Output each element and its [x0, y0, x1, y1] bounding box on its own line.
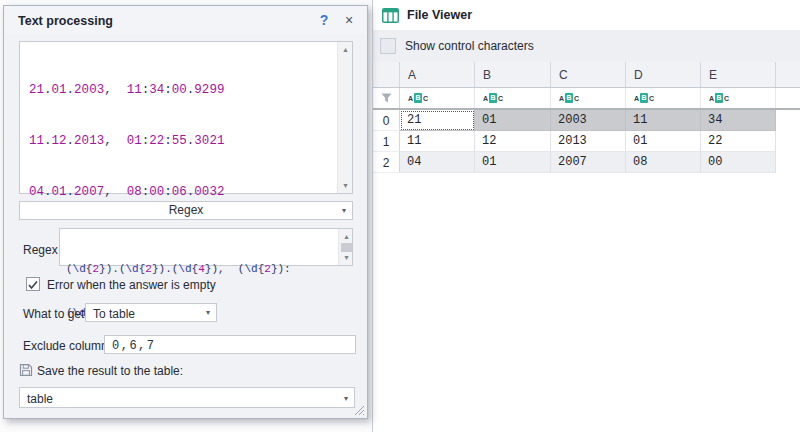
- text-type-icon: ABC: [559, 93, 579, 103]
- chevron-down-icon: ▾: [206, 308, 210, 318]
- table-dropdown-value: table: [27, 392, 53, 406]
- text-type-icon: ABC: [408, 93, 428, 103]
- table-cell[interactable]: 34: [701, 110, 776, 131]
- regex-label: Regex: [23, 243, 58, 257]
- source-line: 04.01.2007, 08:00:06.0032: [29, 184, 224, 201]
- save-to-table-label: Save the result to the table:: [37, 364, 183, 378]
- source-line: 11.12.2013, 01:22:55.3021: [29, 133, 224, 150]
- column-header-filler: [776, 62, 800, 87]
- data-table: A B C D E ABC ABC ABC ABC: [373, 62, 800, 173]
- scroll-up-icon[interactable]: ▲: [339, 230, 354, 243]
- dialog-title: Text processing: [18, 14, 113, 28]
- file-viewer-panel: File Viewer Show control characters A B …: [372, 0, 800, 432]
- resize-grip[interactable]: [352, 403, 364, 415]
- table-row: 0 21 01 2003 11 34: [373, 110, 800, 131]
- textarea-scrollbar[interactable]: ▲ ▼: [337, 42, 352, 193]
- show-control-characters-checkbox[interactable]: [380, 38, 396, 54]
- table-cell[interactable]: 01: [475, 152, 551, 173]
- source-text-area[interactable]: 21.01.2003, 11:34:00.9299 11.12.2013, 01…: [19, 41, 353, 194]
- text-processing-dialog: Text processing ? × 21.01.2003, 11:34:00…: [3, 5, 368, 419]
- table-row: 2 04 01 2007 08 00: [373, 152, 800, 173]
- column-header-a[interactable]: A: [400, 62, 475, 87]
- table-cell[interactable]: 00: [701, 152, 776, 173]
- what-to-get-value: To table: [93, 307, 135, 321]
- regex-input[interactable]: (\d{2}).(\d{2}).(\d{4}), (\d{2}): (\d{2}…: [59, 228, 353, 266]
- column-header-e[interactable]: E: [701, 62, 776, 87]
- type-cell-b[interactable]: ABC: [475, 88, 551, 108]
- table-row: 1 11 12 2013 01 22: [373, 131, 800, 152]
- scroll-down-icon[interactable]: ▼: [338, 179, 353, 192]
- table-cell[interactable]: 2003: [551, 110, 626, 131]
- help-button[interactable]: ?: [315, 12, 333, 28]
- error-checkbox[interactable]: [26, 277, 40, 291]
- type-cell-e[interactable]: ABC: [701, 88, 776, 108]
- text-type-icon: ABC: [634, 93, 654, 103]
- table-cell[interactable]: 2013: [551, 131, 626, 152]
- table-cell[interactable]: 11: [626, 110, 701, 131]
- type-cell-d[interactable]: ABC: [626, 88, 701, 108]
- table-cell[interactable]: 04: [400, 152, 475, 173]
- exclude-columns-input[interactable]: 0,6,7: [104, 335, 356, 354]
- column-header-d[interactable]: D: [626, 62, 701, 87]
- regex-scrollbar[interactable]: ▲ ▼: [338, 229, 352, 265]
- row-header-corner: [373, 62, 400, 87]
- row-index[interactable]: 2: [373, 152, 400, 173]
- scroll-up-icon[interactable]: ▲: [338, 43, 353, 56]
- row-index[interactable]: 1: [373, 131, 400, 152]
- table-cell[interactable]: 01: [475, 110, 551, 131]
- save-floppy-icon: [19, 363, 33, 377]
- regex-line: (\d{2}).(\d{2}).(\d{4}), (\d{2}):: [66, 262, 291, 277]
- type-cell-c[interactable]: ABC: [551, 88, 626, 108]
- scroll-down-icon[interactable]: ▼: [339, 251, 354, 264]
- type-cell-a[interactable]: ABC: [400, 88, 475, 108]
- close-button[interactable]: ×: [340, 12, 358, 28]
- text-type-icon: ABC: [483, 93, 503, 103]
- what-to-get-label: What to get: [23, 307, 84, 321]
- file-viewer-titlebar: File Viewer: [373, 0, 800, 30]
- table-dropdown[interactable]: table ▾: [19, 387, 355, 408]
- column-header-b[interactable]: B: [475, 62, 551, 87]
- table-cell[interactable]: 08: [626, 152, 701, 173]
- mode-dropdown[interactable]: Regex ▾: [19, 201, 353, 220]
- chevron-down-icon: ▾: [342, 206, 346, 216]
- text-type-icon: ABC: [709, 93, 729, 103]
- table-filter-row: ABC ABC ABC ABC ABC: [373, 88, 800, 110]
- table-grid-icon: [382, 8, 399, 23]
- table-cell[interactable]: 01: [626, 131, 701, 152]
- error-checkbox-label: Error when the answer is empty: [47, 278, 216, 292]
- filter-button[interactable]: [373, 88, 400, 108]
- table-cell[interactable]: 22: [701, 131, 776, 152]
- file-viewer-title: File Viewer: [407, 8, 472, 22]
- row-index[interactable]: 0: [373, 110, 400, 131]
- table-header-row: A B C D E: [373, 62, 800, 88]
- show-control-characters-label: Show control characters: [405, 39, 534, 53]
- checkmark-icon: [27, 279, 39, 291]
- table-cell[interactable]: 11: [400, 131, 475, 152]
- table-cell[interactable]: 2007: [551, 152, 626, 173]
- table-cell[interactable]: 12: [475, 131, 551, 152]
- exclude-columns-label: Exclude columns: [23, 339, 114, 353]
- funnel-icon: [381, 93, 392, 103]
- mode-value: Regex: [169, 203, 204, 217]
- table-cell-focused[interactable]: 21: [400, 110, 475, 131]
- control-characters-band: Show control characters: [373, 30, 800, 62]
- what-to-get-dropdown[interactable]: To table ▾: [85, 303, 217, 322]
- column-header-c[interactable]: C: [551, 62, 626, 87]
- source-line: 21.01.2003, 11:34:00.9299: [29, 82, 224, 99]
- chevron-down-icon: ▾: [344, 394, 348, 404]
